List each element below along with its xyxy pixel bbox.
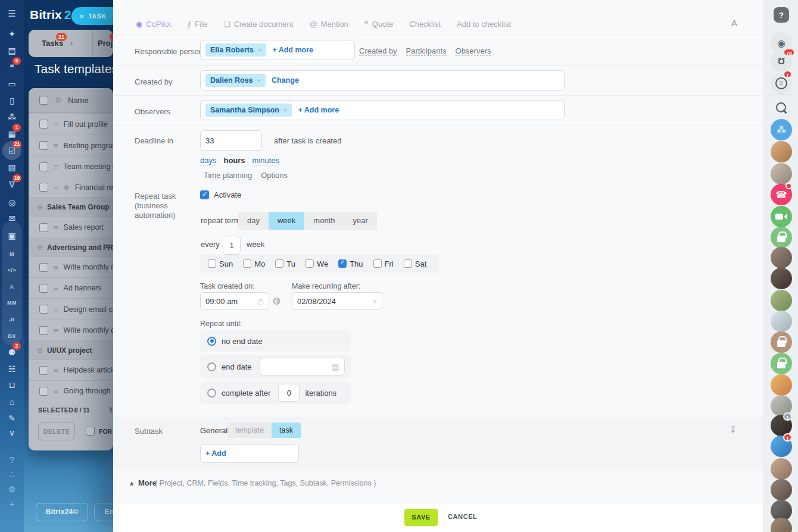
activate-checkbox[interactable]: ✓: [200, 190, 209, 199]
expand-icon[interactable]: ⊕: [64, 183, 70, 192]
save-button[interactable]: SAVE: [404, 509, 438, 526]
row-checkbox[interactable]: [39, 305, 48, 314]
contact-center-icon[interactable]: ▧: [0, 160, 24, 174]
remove-chip-icon[interactable]: ×: [283, 107, 287, 114]
lock-icon[interactable]: [771, 331, 792, 353]
right-rail-item[interactable]: [771, 227, 792, 248]
time-input[interactable]: 09:00 am ◷: [200, 292, 269, 310]
table-row[interactable]: ≡ ⊕ Financial repo: [29, 177, 113, 197]
marketing-icon[interactable]: ◎: [0, 195, 24, 209]
automation-icon[interactable]: ☵: [0, 362, 24, 376]
toolbar-button[interactable]: @ Mention: [309, 20, 348, 29]
row-checkbox[interactable]: [39, 284, 48, 293]
unit-minutes-link[interactable]: minutes: [253, 156, 280, 165]
market-icon[interactable]: M: [0, 246, 24, 260]
user-chip[interactable]: Dalien Ross×: [205, 74, 266, 87]
developer-icon[interactable]: </>: [0, 262, 24, 276]
weekday-option[interactable]: Tu: [275, 259, 295, 268]
drag-handle-icon[interactable]: ≡: [54, 366, 58, 375]
right-rail-item[interactable]: Ω 78: [771, 51, 792, 72]
weekday-checkbox[interactable]: [373, 259, 382, 268]
table-row[interactable]: ≡ Sales report: [29, 217, 113, 237]
toolbar-button[interactable]: ❞ Quote: [364, 20, 393, 29]
table-row[interactable]: ≡ Going through t: [29, 380, 113, 401]
recurring-date-input[interactable]: 02/08/2024 ×: [292, 292, 382, 310]
table-row[interactable]: ≡ Ad banners: [29, 277, 113, 298]
right-rail-item[interactable]: [771, 141, 792, 162]
right-rail-item[interactable]: [771, 518, 792, 532]
row-checkbox[interactable]: [39, 387, 48, 396]
observers-field[interactable]: Samantha Simpson× + Add more: [200, 100, 565, 120]
employees-icon[interactable]: ⁂: [0, 110, 24, 124]
until-no-end-date-option[interactable]: no end date: [200, 330, 351, 352]
knowledge-base-icon[interactable]: ▤: [0, 43, 24, 58]
right-rail-item[interactable]: [771, 163, 792, 184]
avatar[interactable]: [771, 458, 792, 480]
collapse-icon[interactable]: ⊖: [37, 243, 43, 252]
table-row[interactable]: ⊖ Sales Team Group: [29, 197, 113, 217]
drag-handle-icon[interactable]: ≡: [54, 387, 58, 396]
avatar[interactable]: [771, 141, 792, 162]
weekday-checkbox[interactable]: ✓: [338, 259, 347, 268]
user-chip[interactable]: Samantha Simpson×: [205, 104, 292, 117]
settings-icon[interactable]: ⚙: [0, 482, 24, 496]
weekday-option[interactable]: Mo: [243, 259, 265, 268]
avatar[interactable]: [771, 311, 792, 332]
language-button[interactable]: English: [94, 503, 113, 521]
weekday-checkbox[interactable]: [275, 259, 283, 268]
pulse-icon[interactable]: ✦: [0, 27, 24, 41]
observers-link[interactable]: Observers: [456, 46, 491, 56]
term-option[interactable]: year: [344, 212, 376, 230]
bitrix24-footer-button[interactable]: Bitrix24©: [36, 503, 88, 521]
lock-icon[interactable]: [771, 353, 792, 374]
drag-handle-icon[interactable]: ≡: [54, 183, 58, 192]
row-checkbox[interactable]: [39, 183, 48, 192]
until-complete-after-option[interactable]: complete after 0 iterations: [200, 381, 351, 404]
table-row[interactable]: ≡ Write monthly d: [29, 320, 113, 340]
network-icon[interactable]: ∴: [0, 467, 24, 481]
end-date-radio[interactable]: [207, 362, 216, 371]
weekday-checkbox[interactable]: [208, 259, 216, 268]
task-tab-pill[interactable]: ✕ TASK: [71, 7, 113, 25]
drag-handle-icon[interactable]: ≡: [54, 284, 58, 293]
app-bx-icon[interactable]: BX: [0, 328, 24, 342]
term-option[interactable]: day: [238, 212, 269, 230]
table-row[interactable]: ≡ Write monthly n: [29, 256, 113, 277]
tasks-icon[interactable]: ☑ 21: [0, 143, 24, 158]
created-by-field[interactable]: Dalien Ross× Change: [200, 70, 565, 90]
term-option[interactable]: month: [304, 212, 344, 230]
right-rail-item[interactable]: ≡ 1: [771, 73, 792, 94]
app-mm-icon[interactable]: MM: [0, 295, 24, 309]
weekday-option[interactable]: Sat: [404, 259, 427, 268]
weekday-checkbox[interactable]: [306, 259, 314, 268]
right-rail-item[interactable]: [771, 98, 792, 119]
subtask-tab[interactable]: task: [272, 423, 301, 438]
toolbar-button[interactable]: ◉ CoPilot: [136, 20, 171, 29]
toolbar-button[interactable]: Checklist: [409, 20, 441, 29]
timezone-globe-icon[interactable]: ◍: [273, 295, 280, 306]
created-by-link[interactable]: Created by: [359, 46, 397, 56]
weekday-checkbox[interactable]: [243, 259, 251, 268]
table-row[interactable]: ≡ Team meeting a: [29, 156, 113, 177]
documents-icon[interactable]: ▯: [0, 93, 24, 108]
add-more-link[interactable]: + Add more: [272, 46, 313, 54]
table-row[interactable]: ≡ Design email ca: [29, 298, 113, 320]
avatar[interactable]: [771, 479, 792, 500]
change-link[interactable]: Change: [272, 76, 299, 85]
for-all-checkbox[interactable]: [86, 427, 95, 436]
toolbar-button[interactable]: Add to checklist: [457, 20, 511, 29]
row-checkbox[interactable]: [39, 162, 48, 171]
options-link[interactable]: Options: [261, 171, 288, 180]
close-icon[interactable]: ✕: [79, 13, 84, 20]
lock-icon[interactable]: [771, 227, 792, 248]
avatar[interactable]: [771, 518, 792, 532]
add-subtask-button[interactable]: + Add: [200, 444, 299, 463]
table-row[interactable]: ≡ Briefing program: [29, 134, 113, 156]
weekday-option[interactable]: ✓ Thu: [338, 259, 363, 268]
right-rail-item[interactable]: ⁂: [771, 119, 792, 140]
term-option[interactable]: week: [269, 212, 304, 230]
row-checkbox[interactable]: [39, 326, 48, 335]
subtask-tab[interactable]: template: [227, 423, 272, 438]
remove-chip-icon[interactable]: ×: [258, 46, 261, 54]
drag-handle-icon[interactable]: ≡: [54, 326, 58, 335]
